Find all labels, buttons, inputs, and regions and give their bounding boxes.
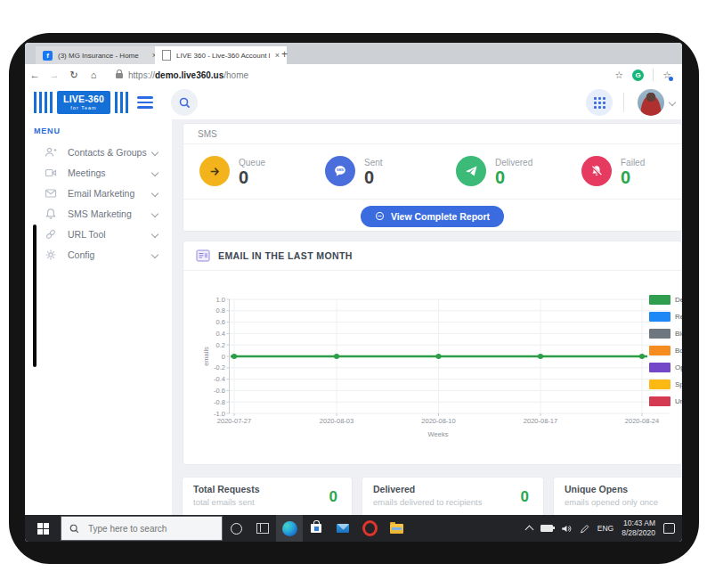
sidebar-item-url-tool[interactable]: URL Tool	[25, 224, 172, 244]
favorite-star-icon[interactable]: ☆	[614, 69, 623, 81]
sidebar-item-sms-marketing[interactable]: SMS Marketing	[25, 203, 172, 224]
screen: f (3) MG Insurance - Home × LIVE 360 - L…	[25, 43, 682, 542]
svg-text:2020-08-10: 2020-08-10	[421, 417, 455, 425]
battery-icon[interactable]	[540, 525, 553, 532]
clock-date: 8/28/2020	[622, 528, 655, 538]
search-icon	[179, 97, 191, 109]
edge-browser-button[interactable]	[276, 515, 303, 542]
taskbar-clock[interactable]: 10:43 AM 8/28/2020	[622, 519, 655, 538]
tab-title: (3) MG Insurance - Home	[58, 52, 147, 60]
sms-stat-queue: Queue 0	[199, 156, 265, 188]
chart-legend: De Re Blo Bo Op Sp Un	[649, 295, 682, 413]
annotation-line	[33, 225, 37, 367]
tab-title: LIVE 360 - Live-360 Account Den	[176, 52, 270, 60]
cortana-button[interactable]	[223, 515, 249, 542]
svg-text:-0.6: -0.6	[214, 387, 225, 395]
forward-icon[interactable]: →	[45, 69, 64, 80]
stat-value: 0	[239, 167, 265, 188]
sidebar-item-meetings[interactable]: Meetings	[25, 162, 172, 183]
search-button[interactable]	[171, 89, 198, 116]
card-unique-opens: Unique Opens emails opened only once	[554, 478, 682, 517]
chevron-down-icon	[151, 210, 158, 217]
tab-mg-insurance[interactable]: f (3) MG Insurance - Home ×	[36, 46, 164, 64]
store-button[interactable]	[303, 515, 329, 542]
report-circle-icon	[375, 211, 385, 221]
mail-button[interactable]	[329, 515, 356, 542]
clock-time: 10:43 AM	[622, 519, 655, 528]
email-icon	[45, 187, 57, 200]
sidebar: MENU Contacts & Groups Meetings Email Ma…	[25, 119, 173, 515]
edge-icon	[282, 521, 297, 536]
legend-item: De	[649, 295, 682, 305]
new-tab-button[interactable]: +	[281, 48, 288, 61]
user-avatar[interactable]	[638, 89, 664, 116]
svg-text:SMS: SMS	[337, 168, 344, 172]
extension-icon[interactable]: G	[632, 69, 644, 81]
speaker-icon[interactable]	[561, 524, 572, 534]
report-button-row: View Complete Report	[183, 199, 681, 233]
stat-value: 0	[621, 167, 645, 188]
sms-bubble-icon: SMS	[325, 156, 355, 186]
home-icon[interactable]: ⌂	[84, 69, 103, 80]
close-icon[interactable]: ×	[275, 51, 280, 60]
svg-text:-0.8: -0.8	[214, 398, 225, 406]
legend-item: Blo	[649, 329, 682, 339]
search-icon	[69, 524, 79, 534]
action-center-icon[interactable]	[663, 523, 675, 534]
sidebar-item-email-marketing[interactable]: Email Marketing	[25, 183, 172, 203]
card-value: 0	[329, 488, 337, 506]
taskbar-search-input[interactable]	[86, 523, 206, 535]
system-tray: ENG 10:43 AM 8/28/2020	[526, 519, 682, 538]
svg-text:0.2: 0.2	[216, 341, 225, 349]
task-view-button[interactable]	[249, 515, 276, 542]
back-icon[interactable]: ←	[25, 69, 45, 80]
sms-stat-sent: SMS Sent 0	[325, 156, 383, 188]
language-indicator[interactable]: ENG	[597, 524, 614, 533]
bell-slash-icon	[581, 156, 612, 186]
sms-stat-delivered: Delivered 0	[456, 156, 532, 188]
legend-item: Re	[649, 312, 682, 322]
sms-stat-failed: Failed 0	[581, 156, 645, 188]
contacts-icon	[45, 146, 57, 159]
email-panel-header: EMAIL IN THE LAST MONTH	[183, 241, 681, 271]
address-bar-actions: ☆ G ☆	[614, 64, 682, 86]
stat-value: 0	[364, 167, 383, 188]
queue-arrow-icon	[199, 156, 230, 186]
url-field[interactable]: https://demo.live360.us/home	[128, 70, 248, 80]
card-delivered: Delivered emails delivered to recipients…	[362, 478, 543, 517]
sidebar-item-config[interactable]: Config	[25, 244, 172, 265]
chart-ylabel: emails	[202, 347, 210, 366]
file-explorer-button[interactable]	[383, 515, 410, 542]
favorites-list-icon[interactable]: ☆	[662, 69, 671, 81]
start-button[interactable]	[25, 515, 61, 542]
link-icon	[45, 228, 57, 241]
app-header: LIVE-360 for Team	[25, 86, 682, 120]
opera-button[interactable]	[356, 515, 383, 542]
tray-chevron-icon[interactable]	[524, 526, 533, 535]
report-doc-icon	[196, 249, 210, 262]
hamburger-menu-icon[interactable]	[137, 96, 153, 109]
svg-text:-0.4: -0.4	[214, 375, 225, 383]
svg-text:0.8: 0.8	[216, 306, 225, 314]
view-complete-report-button[interactable]: View Complete Report	[361, 206, 504, 227]
live360-logo: LIVE-360 for Team	[34, 91, 128, 114]
tab-live360[interactable]: LIVE 360 - Live-360 Account Den ×	[155, 46, 287, 64]
card-value: 0	[521, 488, 529, 506]
taskbar-search[interactable]	[61, 516, 223, 541]
address-bar: ← → ↻ ⌂ https://demo.live360.us/home	[25, 64, 682, 86]
stat-value: 0	[495, 167, 532, 188]
svg-text:0.4: 0.4	[216, 330, 225, 338]
facebook-icon: f	[43, 51, 53, 61]
apps-grid-button[interactable]	[586, 89, 613, 116]
svg-text:0.6: 0.6	[216, 318, 225, 326]
svg-text:2020-08-03: 2020-08-03	[320, 417, 354, 425]
divider	[653, 69, 654, 81]
sidebar-item-contacts-groups[interactable]: Contacts & Groups	[25, 142, 172, 162]
pen-icon[interactable]	[580, 524, 589, 534]
chevron-down-icon[interactable]	[669, 99, 676, 106]
bell-icon	[45, 208, 57, 220]
email-panel-title: EMAIL IN THE LAST MONTH	[218, 250, 353, 261]
refresh-icon[interactable]: ↻	[64, 69, 84, 81]
svg-text:0: 0	[222, 353, 225, 361]
store-bag-icon	[311, 524, 321, 533]
